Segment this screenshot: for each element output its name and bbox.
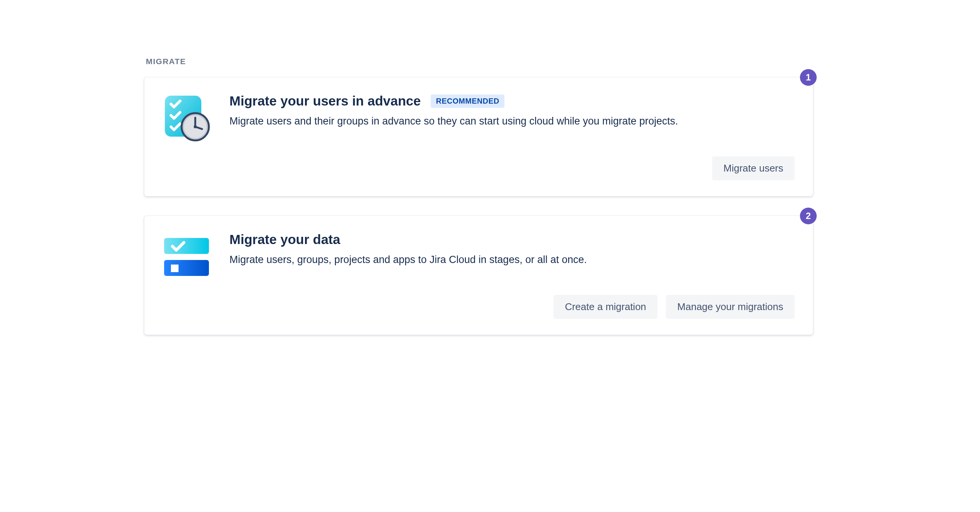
migrate-users-button[interactable]: Migrate users (712, 156, 795, 180)
svg-rect-6 (164, 238, 209, 254)
recommended-badge: RECOMMENDED (431, 95, 505, 108)
migrate-users-card: 1 (144, 78, 813, 196)
create-migration-button[interactable]: Create a migration (554, 295, 657, 319)
migrate-section: MIGRATE 1 (144, 57, 813, 335)
card-title: Migrate your users in advance (229, 94, 421, 109)
checklist-clock-icon (162, 94, 216, 143)
svg-rect-7 (164, 260, 209, 276)
section-heading: MIGRATE (146, 57, 813, 66)
card-description: Migrate users and their groups in advanc… (229, 114, 723, 128)
tasks-icon (162, 232, 216, 281)
manage-migrations-button[interactable]: Manage your migrations (666, 295, 795, 319)
migrate-data-card: 2 (144, 216, 813, 335)
card-title: Migrate your data (229, 232, 340, 247)
svg-point-5 (194, 125, 197, 128)
svg-rect-8 (171, 265, 178, 272)
card-description: Migrate users, groups, projects and apps… (229, 252, 723, 267)
step-badge-1: 1 (800, 69, 817, 86)
step-badge-2: 2 (800, 208, 817, 224)
